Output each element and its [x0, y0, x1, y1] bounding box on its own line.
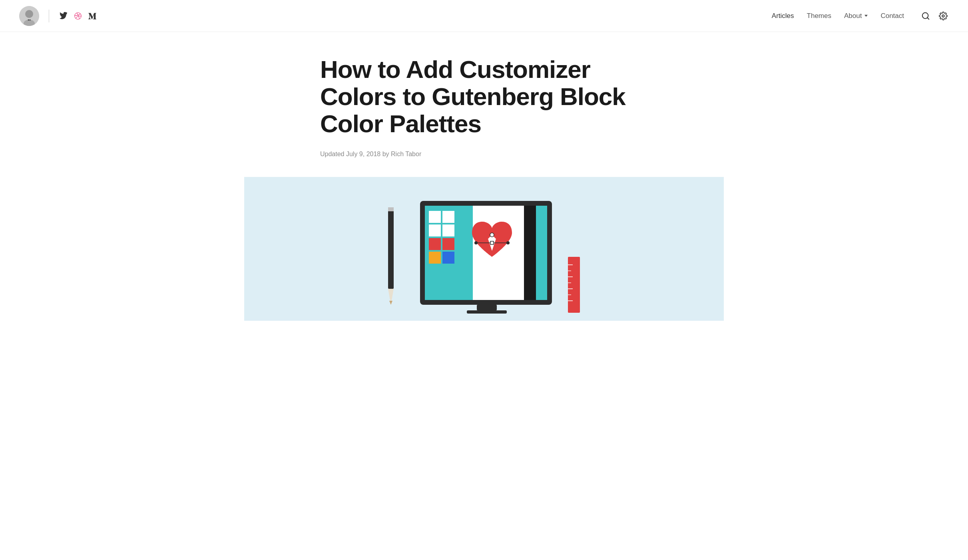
svg-marker-11 [389, 301, 392, 305]
dribbble-icon[interactable] [73, 11, 83, 21]
search-button[interactable] [920, 10, 931, 22]
nav-articles[interactable]: Articles [772, 12, 794, 20]
svg-rect-12 [388, 207, 394, 211]
svg-rect-18 [429, 224, 441, 236]
svg-rect-23 [442, 252, 454, 264]
svg-rect-29 [490, 241, 494, 244]
svg-line-7 [927, 18, 929, 19]
social-icons [59, 11, 97, 21]
nav-contact[interactable]: Contact [880, 12, 904, 20]
svg-rect-20 [429, 238, 441, 250]
header-divider [49, 10, 49, 22]
main-nav: Articles Themes About Contact [772, 10, 949, 22]
header-left [19, 6, 97, 26]
svg-point-8 [942, 15, 944, 17]
nav-themes[interactable]: Themes [807, 12, 831, 20]
illustration [244, 177, 724, 321]
svg-point-31 [506, 241, 510, 244]
svg-rect-26 [473, 206, 524, 300]
medium-icon[interactable] [88, 11, 97, 21]
svg-point-30 [474, 241, 478, 244]
svg-rect-9 [388, 209, 394, 289]
hero-image [244, 177, 724, 321]
about-dropdown-icon [864, 15, 868, 17]
avatar[interactable] [19, 6, 39, 26]
article-meta: Updated July 9, 2018 by Rich Tabor [320, 151, 648, 158]
article-title: How to Add Customizer Colors to Gutenber… [320, 56, 648, 138]
svg-rect-22 [429, 252, 441, 264]
article-header: How to Add Customizer Colors to Gutenber… [304, 32, 664, 158]
meta-prefix: Updated [320, 151, 346, 157]
meta-author[interactable]: Rich Tabor [391, 151, 421, 157]
svg-rect-17 [442, 211, 454, 223]
svg-point-1 [25, 10, 33, 18]
main-content: How to Add Customizer Colors to Gutenber… [0, 32, 968, 321]
site-header: Articles Themes About Contact [0, 0, 968, 32]
meta-by: by [380, 151, 391, 157]
svg-rect-40 [477, 305, 497, 310]
svg-rect-19 [442, 224, 454, 236]
settings-button[interactable] [938, 10, 949, 22]
svg-rect-21 [442, 238, 454, 250]
svg-rect-32 [568, 257, 580, 313]
svg-point-27 [490, 233, 494, 237]
nav-icon-group [920, 10, 949, 22]
svg-rect-41 [467, 310, 507, 314]
meta-date: July 9, 2018 [346, 151, 380, 157]
svg-rect-25 [524, 206, 536, 300]
svg-rect-24 [536, 206, 547, 300]
svg-rect-16 [429, 211, 441, 223]
nav-about[interactable]: About [844, 12, 868, 20]
twitter-icon[interactable] [59, 11, 68, 21]
